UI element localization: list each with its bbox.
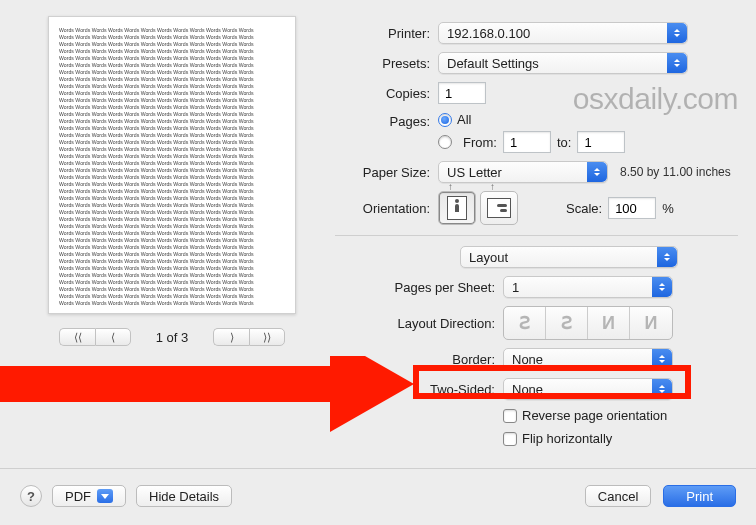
pages-from-input[interactable] [503, 131, 551, 153]
pages-all-label: All [457, 112, 471, 127]
scale-label: Scale: [566, 201, 602, 216]
layout-dir-n-icon[interactable]: И [588, 307, 630, 339]
pps-select[interactable]: 1 [503, 276, 673, 298]
page-preview: Words Words Words Words Words Words Word… [48, 16, 296, 314]
orientation-landscape-button[interactable]: ↑ [480, 191, 518, 225]
reverse-orientation-checkbox[interactable] [503, 409, 517, 423]
help-button[interactable]: ? [20, 485, 42, 507]
next-page-button[interactable]: ⟩ [213, 328, 249, 346]
page-indicator: 1 of 3 [145, 330, 199, 345]
pages-all-radio[interactable] [438, 113, 452, 127]
section-select[interactable]: Layout [460, 246, 678, 268]
print-button[interactable]: Print [663, 485, 736, 507]
scale-input[interactable] [608, 197, 656, 219]
chevron-down-icon [97, 489, 113, 503]
paper-size-select[interactable]: US Letter [438, 161, 608, 183]
paper-size-label: Paper Size: [345, 165, 430, 180]
border-label: Border: [345, 352, 495, 367]
two-sided-label: Two-Sided: [345, 382, 495, 397]
pages-from-radio[interactable] [438, 135, 452, 149]
copies-input[interactable] [438, 82, 486, 104]
copies-label: Copies: [345, 86, 430, 101]
arrow-up-icon: ↑ [490, 181, 495, 192]
arrow-up-icon: ↑ [448, 181, 453, 192]
cancel-button[interactable]: Cancel [585, 485, 651, 507]
two-sided-select[interactable]: None [503, 378, 673, 400]
pages-to-label: to: [557, 135, 571, 150]
layout-dir-s-icon[interactable]: Ƨ [546, 307, 588, 339]
scale-pct-label: % [662, 201, 674, 216]
pps-label: Pages per Sheet: [345, 280, 495, 295]
orientation-portrait-button[interactable]: ↑ [438, 191, 476, 225]
pages-label: Pages: [345, 112, 430, 129]
paper-dim-label: 8.50 by 11.00 inches [620, 165, 731, 179]
printer-select[interactable]: 192.168.0.100 [438, 22, 688, 44]
flip-horizontal-label: Flip horizontally [522, 431, 612, 446]
pages-to-input[interactable] [577, 131, 625, 153]
presets-label: Presets: [345, 56, 430, 71]
last-page-button[interactable]: ⟩⟩ [249, 328, 285, 346]
layout-direction-group[interactable]: Ƨ Ƨ И И [503, 306, 673, 340]
border-select[interactable]: None [503, 348, 673, 370]
layout-dir-z-icon[interactable]: Ƨ [504, 307, 546, 339]
reverse-orientation-label: Reverse page orientation [522, 408, 667, 423]
pages-from-label: From: [463, 135, 497, 150]
first-page-button[interactable]: ⟨⟨ [59, 328, 95, 346]
orientation-label: Orientation: [345, 201, 430, 216]
printer-label: Printer: [345, 26, 430, 41]
hide-details-button[interactable]: Hide Details [136, 485, 232, 507]
pdf-dropdown[interactable]: PDF [52, 485, 126, 507]
presets-select[interactable]: Default Settings [438, 52, 688, 74]
layout-direction-label: Layout Direction: [345, 316, 495, 331]
layout-dir-n2-icon[interactable]: И [630, 307, 672, 339]
flip-horizontal-checkbox[interactable] [503, 432, 517, 446]
prev-page-button[interactable]: ⟨ [95, 328, 131, 346]
